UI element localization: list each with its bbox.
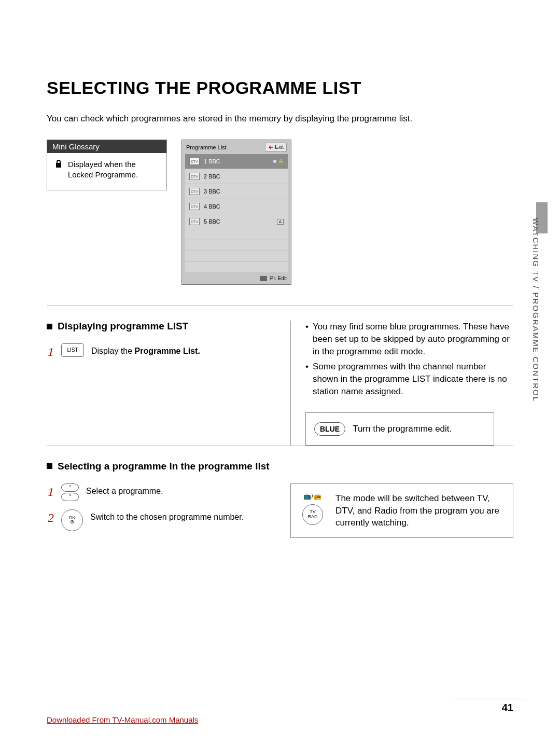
- divider: [47, 446, 513, 446]
- step-number: 1: [47, 486, 54, 498]
- divider: [453, 699, 526, 699]
- footer-swatch-icon: [260, 276, 267, 281]
- osd-row[interactable]: DTV 3 BBC: [185, 184, 288, 199]
- osd-row-label: 5 BBC: [204, 218, 220, 225]
- status-dot-icon: [273, 160, 276, 163]
- dtv-icon: DTV: [189, 203, 200, 210]
- note-item: You may find some blue programmes. These…: [313, 321, 513, 357]
- up-down-button[interactable]: ˄ ˅: [61, 483, 79, 501]
- chevron-up-icon: ˄: [61, 483, 79, 492]
- page-number: 41: [502, 702, 513, 714]
- tv-rad-button[interactable]: TV RAD: [302, 504, 323, 525]
- tv-radio-icon: 📺/📻: [303, 492, 322, 501]
- step-number: 1: [47, 345, 54, 358]
- square-bullet-icon: [47, 463, 52, 469]
- chevron-down-icon: ˅: [61, 493, 79, 501]
- osd-title: Programme List: [186, 144, 227, 150]
- programme-list-osd: Programme List Exit DTV 1 BBC 🔒 DTV: [181, 140, 291, 285]
- section-heading-selecting: Selecting a programme in the programme l…: [47, 461, 513, 472]
- dtv-icon: DTV: [189, 188, 200, 195]
- mode-switch-note: 📺/📻 TV RAD The mode will be switched bet…: [290, 483, 513, 538]
- ok-dot-icon: ⦿: [70, 520, 74, 524]
- square-bullet-icon: [47, 324, 52, 329]
- section-tab: WATCHING TV / PROGRAMME CONTROL: [530, 218, 540, 405]
- mini-glossary-header: Mini Glossary: [47, 140, 166, 153]
- ok-button[interactable]: OK ⦿: [61, 509, 83, 531]
- note-item: Some programmes with the channel number …: [313, 361, 513, 397]
- osd-rows: DTV 1 BBC 🔒 DTV 2 BBC DTV 3 BBC DTV: [185, 154, 288, 272]
- mode-switch-text: The mode will be switched between TV, DT…: [335, 492, 505, 529]
- list-button[interactable]: LIST: [61, 343, 84, 357]
- section-tab-label: WATCHING TV / PROGRAMME CONTROL: [531, 218, 540, 402]
- step-number: 2: [47, 511, 54, 524]
- osd-row[interactable]: DTV 5 BBC A: [185, 214, 288, 229]
- step-text: Select a programme.: [86, 487, 163, 496]
- lock-icon: [54, 159, 63, 169]
- page-title: SELECTING THE PROGRAMME LIST: [47, 78, 513, 98]
- a-badge-icon: A: [277, 219, 284, 225]
- lock-icon: 🔒: [278, 159, 284, 164]
- step-text: Display the Programme List.: [91, 347, 200, 356]
- osd-row[interactable]: DTV 2 BBC: [185, 169, 288, 184]
- dtv-icon: DTV: [189, 218, 200, 225]
- osd-row-label: 3 BBC: [204, 188, 220, 195]
- mini-glossary-box: Mini Glossary Displayed when the Locked …: [47, 140, 167, 190]
- intro-text: You can check which programmes are store…: [47, 114, 513, 124]
- mini-glossary-text: Displayed when the Locked Programme.: [68, 159, 161, 181]
- step-text: Switch to the chosen programme number.: [90, 513, 244, 522]
- blue-callout: BLUE Turn the programme edit.: [305, 412, 494, 446]
- notes-list: You may find some blue programmes. These…: [305, 321, 513, 398]
- osd-row[interactable]: DTV 4 BBC: [185, 199, 288, 214]
- dtv-icon: DTV: [189, 173, 200, 180]
- section-heading-displaying: Displaying programme LIST: [47, 321, 270, 332]
- osd-exit-label: Exit: [275, 144, 284, 150]
- divider: [47, 306, 513, 306]
- source-link[interactable]: Downloaded From TV-Manual.com Manuals: [47, 715, 198, 724]
- osd-row[interactable]: DTV 1 BBC 🔒: [185, 154, 288, 169]
- osd-row-label: 2 BBC: [204, 173, 220, 179]
- osd-footer-label: Pr. Edit: [270, 275, 287, 281]
- blue-callout-text: Turn the programme edit.: [353, 424, 452, 434]
- osd-exit-button[interactable]: Exit: [265, 143, 287, 151]
- blue-button[interactable]: BLUE: [314, 422, 345, 436]
- rad-label: RAD: [307, 515, 317, 519]
- dtv-icon: DTV: [189, 158, 200, 165]
- osd-row-label: 4 BBC: [204, 203, 220, 210]
- osd-row-label: 1 BBC: [204, 158, 220, 164]
- exit-arrow-icon: [268, 145, 273, 149]
